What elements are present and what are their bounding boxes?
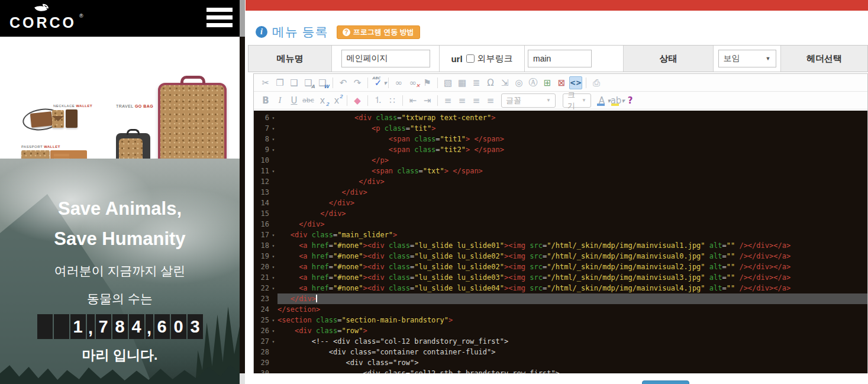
- bullet-list-icon[interactable]: ∷: [386, 94, 399, 107]
- code-line[interactable]: 21▾ <a href="#none"><div class="lu_slide…: [254, 272, 867, 283]
- counter-comma-cell: ,: [146, 314, 153, 339]
- fold-toggle-icon[interactable]: ▾: [269, 166, 277, 177]
- align-left-icon[interactable]: ≡: [441, 94, 454, 107]
- code-line[interactable]: 16 </div>: [254, 219, 867, 230]
- code-line[interactable]: 12 </div>: [254, 176, 867, 187]
- table-icon[interactable]: ▦: [456, 76, 469, 89]
- font-dropdown[interactable]: 글꼴▼: [501, 93, 556, 108]
- fold-toggle-icon[interactable]: ▾: [269, 241, 277, 251]
- menu-name-input[interactable]: [341, 50, 430, 67]
- accept-change-icon[interactable]: ⊞: [541, 76, 554, 89]
- code-line[interactable]: 29 <div class="row">: [254, 357, 867, 368]
- chevron-down-icon: ▼: [546, 98, 551, 103]
- text-color-icon[interactable]: A▼: [595, 94, 608, 107]
- ordered-list-icon[interactable]: ⒈: [372, 94, 385, 107]
- code-line[interactable]: 28 <div class="container container-fluid…: [254, 347, 867, 357]
- align-center-icon[interactable]: ≡: [456, 94, 469, 107]
- subscript-icon[interactable]: x2: [316, 94, 329, 107]
- line-number: 14: [254, 198, 269, 208]
- undo-icon[interactable]: ↶: [337, 76, 350, 89]
- source-code-icon[interactable]: <>: [569, 76, 582, 89]
- strikethrough-icon[interactable]: abc: [302, 94, 315, 107]
- code-line[interactable]: 22▾ <a href="#none"><div class="lu_slide…: [254, 283, 867, 293]
- fold-toggle-icon[interactable]: ▾: [269, 326, 277, 337]
- fold-toggle-icon[interactable]: ▾: [269, 230, 277, 241]
- code-line[interactable]: 27▾ <!-- <div class="col-12 brandstory_r…: [254, 336, 867, 347]
- code-line[interactable]: 7▾ <p class="tit">: [254, 123, 867, 134]
- save-button[interactable]: 저장하기: [642, 380, 689, 384]
- link-icon[interactable]: ∞: [392, 76, 405, 89]
- code-line[interactable]: 11▾ <span class="txt"> </span>: [254, 166, 867, 176]
- scrollbar-thumb[interactable]: [240, 0, 245, 37]
- code-line[interactable]: 19▾ <a href="#none"><div class="lu_slide…: [254, 251, 867, 262]
- fold-toggle-icon[interactable]: ▾: [269, 124, 277, 134]
- fold-toggle-icon[interactable]: ▾: [269, 145, 277, 156]
- copy-icon[interactable]: ❐: [273, 76, 286, 89]
- hero-subtitle-line2: 동물의 수는: [0, 291, 240, 307]
- line-number: 9: [254, 144, 269, 155]
- find-icon[interactable]: ◎: [512, 76, 525, 89]
- outdent-icon[interactable]: ⇤: [406, 94, 420, 107]
- line-number: 7: [254, 123, 269, 134]
- horizontal-rule-icon[interactable]: ≣: [470, 76, 483, 89]
- fold-toggle-icon[interactable]: ▾: [269, 315, 277, 326]
- size-dropdown[interactable]: 크기▼: [563, 93, 591, 108]
- fullscreen-icon[interactable]: ⇲: [498, 76, 511, 89]
- code-line[interactable]: 9▾ <span class="tit2"> </span>: [254, 144, 867, 155]
- help-icon[interactable]: ?: [624, 94, 637, 107]
- code-line[interactable]: 25▾<section class="section-main-brandsto…: [254, 315, 867, 325]
- preview-scrollbar[interactable]: [240, 0, 245, 384]
- paste-icon[interactable]: ❑: [288, 76, 301, 89]
- code-line[interactable]: 26▾ <div class="row">: [254, 325, 867, 336]
- spellcheck-icon[interactable]: ✓ABC▼: [372, 76, 385, 89]
- fold-toggle-icon[interactable]: ▾: [269, 283, 277, 294]
- fold-toggle-icon[interactable]: ▾: [269, 134, 277, 145]
- special-char-icon[interactable]: Ω: [484, 76, 497, 89]
- anchor-flag-icon[interactable]: ⚑: [421, 76, 434, 89]
- code-line[interactable]: 8▾ <span class="tit1"> </span>: [254, 134, 867, 144]
- unlink-icon[interactable]: ∞✕: [406, 76, 420, 89]
- code-line[interactable]: 18▾ <a href="#none"><div class="lu_slide…: [254, 240, 867, 251]
- code-line[interactable]: 17▾ <div class="main_slider">: [254, 230, 867, 240]
- print-icon[interactable]: ⎙: [590, 76, 603, 89]
- remove-format-icon[interactable]: ◆: [351, 94, 364, 107]
- indent-icon[interactable]: ⇥: [421, 94, 434, 107]
- program-link-help-button[interactable]: ? 프로그램 연동 방법: [337, 25, 420, 39]
- status-select[interactable]: 보임 ▼: [718, 50, 776, 67]
- code-line[interactable]: 6▾ <div class="txtwrap text-center">: [254, 112, 867, 123]
- code-line[interactable]: 14 </div>: [254, 198, 867, 208]
- code-line[interactable]: 23 </div>: [254, 293, 867, 304]
- code-line[interactable]: 10 </p>: [254, 155, 867, 166]
- fold-toggle-icon[interactable]: ▾: [269, 262, 277, 273]
- counter-digit-cell: 6: [154, 314, 170, 339]
- hamburger-menu-button[interactable]: [206, 8, 233, 29]
- superscript-icon[interactable]: x2: [330, 94, 343, 107]
- code-line[interactable]: 30 <div class="col12 stb-t brandstory_ro…: [254, 368, 867, 373]
- redo-icon[interactable]: ↷: [351, 76, 364, 89]
- paste-word-icon[interactable]: ❑W: [316, 76, 329, 89]
- reject-change-icon[interactable]: ⊠: [555, 76, 568, 89]
- underline-icon[interactable]: U: [288, 94, 301, 107]
- fold-toggle-icon[interactable]: ▾: [269, 273, 277, 283]
- fold-toggle-icon[interactable]: ▾: [269, 337, 277, 347]
- cut-icon[interactable]: ✂: [259, 76, 272, 89]
- url-input[interactable]: [528, 50, 592, 67]
- code-line[interactable]: 15 </div>: [254, 208, 867, 219]
- select-all-icon[interactable]: Ⓐ: [527, 76, 540, 89]
- fold-toggle-icon[interactable]: ▾: [269, 113, 277, 124]
- source-code-area[interactable]: 6▾ <div class="txtwrap text-center">7▾ <…: [254, 111, 867, 373]
- code-line[interactable]: 24</section>: [254, 304, 867, 315]
- code-line[interactable]: 13 </div>: [254, 187, 867, 198]
- code-line[interactable]: 20▾ <a href="#none"><div class="lu_slide…: [254, 262, 867, 272]
- fold-toggle-icon[interactable]: ▾: [269, 251, 277, 262]
- bold-icon[interactable]: B: [259, 94, 272, 107]
- align-right-icon[interactable]: ≡: [470, 94, 483, 107]
- highlight-color-icon[interactable]: ab▼: [609, 94, 622, 107]
- corco-logo[interactable]: CORCO ®: [9, 4, 92, 34]
- align-justify-icon[interactable]: ≡: [484, 94, 497, 107]
- external-link-checkbox[interactable]: [466, 54, 475, 63]
- paste-text-icon[interactable]: ❑A: [302, 76, 315, 89]
- site-preview-pane: CORCO ® NECKLACE WALLET PASSPORT WALLET: [0, 0, 240, 384]
- italic-icon[interactable]: I: [273, 94, 286, 107]
- image-icon[interactable]: ▧: [441, 76, 454, 89]
